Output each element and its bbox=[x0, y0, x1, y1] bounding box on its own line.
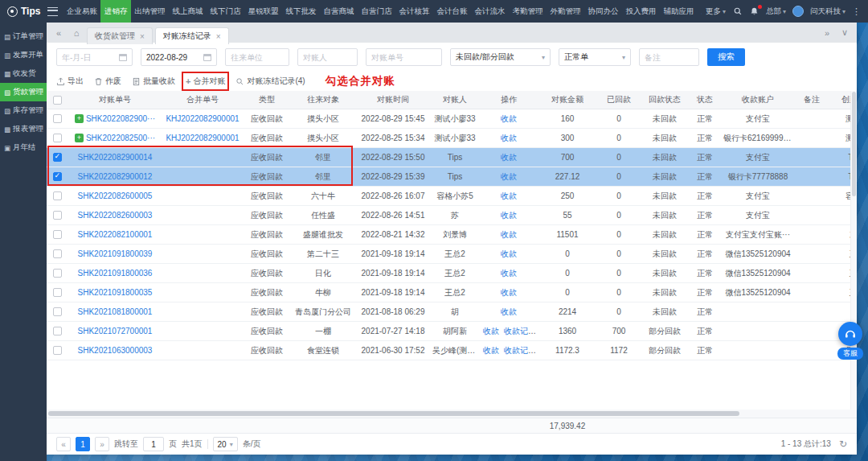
row-checkbox[interactable] bbox=[53, 269, 62, 278]
page-size-select[interactable]: 20 ▾ bbox=[213, 437, 238, 451]
nav-item-0[interactable]: 企业易账 bbox=[63, 0, 100, 23]
nav-item-10[interactable]: 会计台账 bbox=[433, 0, 471, 23]
collapse-tabs-icon[interactable]: « bbox=[51, 26, 66, 40]
nav-item-16[interactable]: 辅助应用 bbox=[660, 0, 698, 23]
row-checkbox[interactable] bbox=[53, 191, 62, 200]
search-icon[interactable] bbox=[733, 6, 743, 16]
nav-item-4[interactable]: 线下门店 bbox=[207, 0, 244, 23]
row-checkbox[interactable] bbox=[53, 346, 62, 355]
row-checkbox[interactable] bbox=[53, 172, 62, 181]
nav-item-11[interactable]: 会计流水 bbox=[471, 0, 509, 23]
row-checkbox[interactable] bbox=[53, 153, 62, 162]
action-link[interactable]: 收款记录 bbox=[504, 327, 536, 335]
column-header-1[interactable]: 合并单号 bbox=[162, 91, 243, 109]
column-header-2[interactable]: 类型 bbox=[243, 91, 291, 109]
sidebar-item-inventory[interactable]: ▨库存管理 bbox=[0, 101, 47, 120]
bill-no-link[interactable]: SHK2021072700001 bbox=[78, 327, 153, 335]
action-link[interactable]: 收款 bbox=[501, 153, 517, 162]
sidebar-item-reports[interactable]: ▩报表管理 bbox=[0, 120, 47, 138]
date-end-field[interactable] bbox=[141, 48, 217, 66]
column-header-4[interactable]: 对账时间 bbox=[355, 91, 431, 109]
action-link[interactable]: 收款 bbox=[501, 211, 517, 220]
bill-no-field[interactable] bbox=[366, 48, 442, 66]
close-icon[interactable]: × bbox=[140, 32, 145, 41]
bill-no-link[interactable]: SHK2022082600005 bbox=[78, 191, 153, 200]
sidebar-item-invoices[interactable]: ▥发票开单 bbox=[0, 46, 47, 64]
sidebar-item-shipping[interactable]: ▦收发货 bbox=[0, 64, 47, 83]
nav-item-15[interactable]: 投入费用 bbox=[622, 0, 660, 23]
expand-icon[interactable]: + bbox=[75, 114, 84, 123]
customer-service-widget[interactable]: 客服 bbox=[834, 322, 866, 360]
export-button[interactable]: 导出 bbox=[56, 76, 84, 87]
column-header-7[interactable]: 对账金额 bbox=[538, 91, 596, 109]
date-end-input[interactable] bbox=[146, 53, 200, 62]
table-row[interactable]: SHK2021063000003应收回款食堂连锁2021-06-30 17:52… bbox=[47, 341, 857, 360]
jump-page-input[interactable] bbox=[143, 437, 164, 451]
close-icon[interactable]: × bbox=[216, 32, 221, 41]
bill-no-link[interactable]: SHK2022082500··· bbox=[86, 134, 155, 142]
expand-tabs-icon[interactable]: » bbox=[820, 26, 834, 40]
merge-reconcile-button[interactable]: + 合并对账 bbox=[186, 76, 225, 87]
sidebar-item-orders[interactable]: ▤订单管理 bbox=[0, 27, 47, 46]
nav-item-3[interactable]: 线上商城 bbox=[169, 0, 207, 23]
person-field[interactable] bbox=[297, 48, 358, 66]
column-header-0[interactable]: 对账单号 bbox=[68, 91, 162, 109]
row-checkbox[interactable] bbox=[53, 327, 62, 335]
bill-no-link[interactable]: SHK2022082900··· bbox=[86, 114, 155, 123]
refresh-icon[interactable]: ↻ bbox=[839, 438, 847, 450]
table-row[interactable]: SHK2021072700001应收回款一棚2021-07-27 14:18胡阿… bbox=[47, 322, 857, 341]
remark-input[interactable] bbox=[645, 53, 694, 62]
home-icon[interactable]: ⌂ bbox=[69, 26, 84, 40]
hamburger-icon[interactable] bbox=[47, 7, 58, 16]
table-row[interactable]: SHK2022082600005应收回款六十牛2022-08-26 16:07容… bbox=[47, 187, 857, 206]
bill-no-link[interactable]: SHK2021091800036 bbox=[78, 269, 153, 278]
app-logo[interactable]: Tips bbox=[0, 6, 46, 17]
table-row[interactable]: SHK2022082600003应收回款任性盛2022-08-26 14:51苏… bbox=[47, 206, 857, 225]
action-link[interactable]: 收款 bbox=[501, 134, 517, 142]
action-link[interactable]: 收款 bbox=[501, 249, 517, 258]
bill-no-link[interactable]: SHK2022082900012 bbox=[78, 172, 153, 181]
bill-no-link[interactable]: SHK2021091800035 bbox=[78, 288, 153, 297]
vertical-scrollbar[interactable] bbox=[850, 91, 857, 410]
select-all-checkbox[interactable] bbox=[53, 96, 62, 105]
column-header-9[interactable]: 回款状态 bbox=[641, 91, 688, 109]
table-row[interactable]: +SHK2022082500···KHJ2022082900001应收回款摸头小… bbox=[47, 129, 857, 148]
action-link[interactable]: 收款 bbox=[501, 172, 517, 181]
frozen-records-button[interactable]: 对账冻结记录(4) bbox=[235, 76, 305, 87]
bill-no-link[interactable]: SHK2022082100001 bbox=[78, 230, 153, 239]
remark-field[interactable] bbox=[639, 48, 699, 66]
nav-item-2[interactable]: 出纳管理 bbox=[131, 0, 169, 23]
column-header-10[interactable]: 状态 bbox=[688, 91, 722, 109]
table-row[interactable]: SHK2022082900014应收回款邻里2022-08-29 15:50Ti… bbox=[47, 148, 857, 167]
merge-no-link[interactable]: KHJ2022082900001 bbox=[166, 134, 239, 142]
action-link[interactable]: 收款 bbox=[501, 191, 517, 200]
batch-receive-button[interactable]: 批量收款 bbox=[132, 76, 175, 87]
column-header-3[interactable]: 往来对象 bbox=[291, 91, 355, 109]
scrollbar-thumb[interactable] bbox=[852, 92, 856, 196]
nav-item-14[interactable]: 协同办公 bbox=[584, 0, 622, 23]
column-header-8[interactable]: 已回款 bbox=[596, 91, 641, 109]
hq-dropdown[interactable]: 总部 ▾ bbox=[766, 6, 786, 17]
row-checkbox[interactable] bbox=[53, 134, 62, 142]
column-header-12[interactable]: 备注 bbox=[794, 91, 829, 109]
nav-item-1[interactable]: 进销存 bbox=[100, 0, 131, 23]
row-checkbox[interactable] bbox=[53, 114, 62, 123]
action-link[interactable]: 收款 bbox=[501, 307, 517, 316]
action-link[interactable]: 收款 bbox=[501, 288, 517, 297]
merge-no-link[interactable]: KHJ2022082900001 bbox=[166, 114, 239, 123]
table-row[interactable]: SHK2021091800039应收回款第二十三2021-09-18 19:14… bbox=[47, 245, 857, 264]
expand-icon[interactable]: + bbox=[75, 134, 84, 142]
prev-page-button[interactable]: « bbox=[56, 437, 71, 451]
current-page-button[interactable]: 1 bbox=[76, 437, 90, 451]
headset-icon[interactable] bbox=[838, 322, 862, 346]
bill-no-link[interactable]: SHK2021091800039 bbox=[78, 249, 153, 258]
sidebar-item-payments[interactable]: ▧货款管理 bbox=[0, 83, 47, 101]
row-checkbox[interactable] bbox=[53, 249, 62, 258]
bill-no-link[interactable]: SHK2022082900014 bbox=[78, 153, 153, 162]
kebab-icon[interactable]: ⋮ bbox=[852, 6, 861, 17]
row-checkbox[interactable] bbox=[53, 230, 62, 239]
action-link[interactable]: 收款 bbox=[501, 230, 517, 239]
bill-no-link[interactable]: SHK2021081800001 bbox=[78, 307, 153, 316]
action-link[interactable]: 收款 bbox=[501, 114, 517, 123]
scrollbar-thumb[interactable] bbox=[48, 411, 739, 416]
